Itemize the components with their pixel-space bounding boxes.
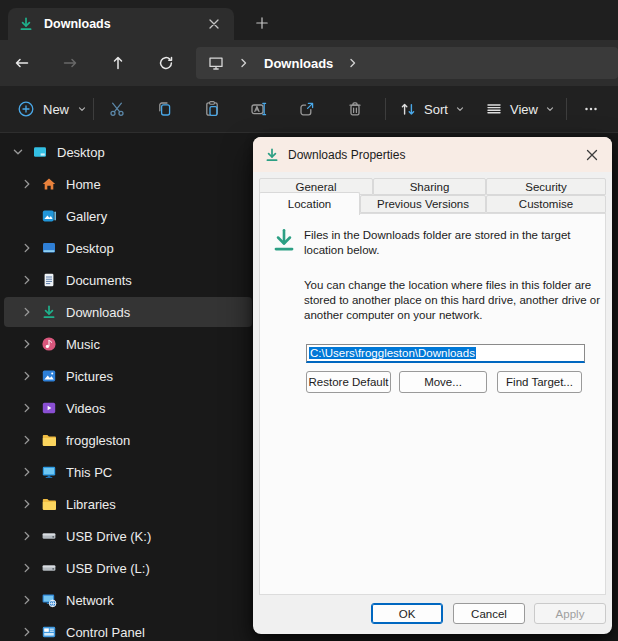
dialog-tab-security[interactable]: Security [486, 178, 606, 195]
this-pc-icon[interactable] [208, 55, 224, 71]
sidebar-item-froggleston[interactable]: froggleston [4, 425, 252, 455]
sidebar-item-label: USB Drive (L:) [66, 561, 150, 576]
sidebar-item-label: USB Drive (K:) [66, 529, 151, 544]
sidebar-item-libraries[interactable]: Libraries [4, 489, 252, 519]
sidebar-item-usb-drive-k[interactable]: USB Drive (K:) [4, 521, 252, 551]
downloads-icon [264, 147, 280, 163]
chevron-right-icon[interactable] [19, 592, 35, 608]
new-button[interactable]: New [8, 93, 96, 125]
chevron-right-icon[interactable] [19, 304, 35, 320]
chevron-right-icon[interactable] [19, 560, 35, 576]
change-location-text: You can change the location where files … [304, 278, 600, 323]
sidebar-item-desktop[interactable]: Desktop [4, 137, 252, 167]
rename-button[interactable] [242, 92, 276, 126]
sidebar-item-label: Gallery [66, 209, 107, 224]
sidebar-item-usb-drive-l[interactable]: USB Drive (L:) [4, 553, 252, 583]
chevron-right-icon[interactable] [345, 55, 361, 71]
chevron-right-icon[interactable] [19, 528, 35, 544]
file-explorer-window: Downloads Downloads New [0, 0, 618, 641]
chevron-right-icon[interactable] [19, 240, 35, 256]
address-bar[interactable]: Downloads [196, 47, 618, 79]
new-tab-button[interactable] [252, 13, 272, 33]
desktop-teal-icon [32, 144, 48, 160]
sidebar-item-label: Music [66, 337, 100, 352]
new-label: New [43, 102, 69, 117]
view-button[interactable]: View [478, 93, 562, 125]
navigation-bar: Downloads [0, 40, 618, 86]
sort-label: Sort [424, 102, 448, 117]
move-button[interactable]: Move... [399, 371, 487, 393]
sidebar-item-label: This PC [66, 465, 112, 480]
chevron-right-icon[interactable] [19, 272, 35, 288]
sidebar-item-desktop[interactable]: Desktop [4, 233, 252, 263]
target-path-input[interactable]: C:\Users\froggleston\Downloads [306, 344, 585, 363]
chevron-down-icon [545, 104, 555, 114]
chevron-right-icon[interactable] [19, 400, 35, 416]
intro-text: Files in the Downloads folder are stored… [304, 228, 600, 258]
chevron-spacer [19, 208, 35, 224]
apply-button[interactable]: Apply [534, 603, 606, 624]
pictures-icon [41, 368, 57, 384]
chevron-right-icon[interactable] [19, 432, 35, 448]
back-button[interactable] [6, 47, 38, 79]
sidebar-item-label: Home [66, 177, 101, 192]
chevron-down-icon [455, 104, 465, 114]
dialog-tab-sharing[interactable]: Sharing [373, 178, 486, 195]
toolbar-separator [93, 98, 94, 120]
usb-drive-icon [41, 528, 57, 544]
downloads-properties-dialog: Downloads Properties GeneralSharingSecur… [253, 137, 612, 634]
dialog-close-icon[interactable] [583, 146, 601, 164]
command-toolbar: New Sort View [0, 86, 618, 133]
up-button[interactable] [102, 47, 134, 79]
sidebar-item-gallery[interactable]: Gallery [4, 201, 252, 231]
sidebar-item-videos[interactable]: Videos [4, 393, 252, 423]
sidebar-item-label: Videos [66, 401, 106, 416]
delete-button[interactable] [338, 92, 372, 126]
dialog-tab-customise[interactable]: Customise [486, 195, 606, 213]
explorer-tab-downloads[interactable]: Downloads [8, 8, 234, 40]
dialog-tab-location[interactable]: Location [259, 192, 360, 215]
restore-default-button[interactable]: Restore Default [306, 371, 391, 393]
usb-drive-icon [41, 560, 57, 576]
videos-icon [41, 400, 57, 416]
see-more-button[interactable] [574, 92, 608, 126]
chevron-right-icon[interactable] [19, 176, 35, 192]
downloads-icon [18, 16, 34, 32]
chevron-right-icon[interactable] [19, 336, 35, 352]
sort-button[interactable]: Sort [392, 93, 472, 125]
sidebar-item-music[interactable]: Music [4, 329, 252, 359]
chevron-down-icon[interactable] [10, 144, 26, 160]
dialog-tab-previous-versions[interactable]: Previous Versions [360, 195, 486, 213]
documents-icon [41, 272, 57, 288]
location-tab-page: Files in the Downloads folder are stored… [259, 213, 606, 595]
chevron-right-icon[interactable] [19, 624, 35, 640]
ok-button[interactable]: OK [371, 603, 443, 624]
share-button[interactable] [290, 92, 324, 126]
sidebar-item-home[interactable]: Home [4, 169, 252, 199]
sidebar-item-this-pc[interactable]: This PC [4, 457, 252, 487]
chevron-right-icon[interactable] [236, 55, 252, 71]
tab-close-icon[interactable] [204, 14, 224, 34]
sidebar-item-control-panel[interactable]: Control Panel [4, 617, 252, 641]
sidebar-item-downloads[interactable]: Downloads [4, 297, 252, 327]
find-target-button[interactable]: Find Target... [497, 371, 582, 393]
sidebar-item-label: Control Panel [66, 625, 145, 640]
sidebar-item-label: Desktop [66, 241, 114, 256]
folder-icon [41, 496, 57, 512]
copy-button[interactable] [147, 92, 181, 126]
sidebar-item-documents[interactable]: Documents [4, 265, 252, 295]
refresh-button[interactable] [150, 47, 182, 79]
chevron-right-icon[interactable] [19, 464, 35, 480]
sidebar-item-pictures[interactable]: Pictures [4, 361, 252, 391]
sidebar-item-network[interactable]: Network [4, 585, 252, 615]
cancel-button[interactable]: Cancel [453, 603, 525, 624]
paste-button[interactable] [195, 92, 229, 126]
chevron-right-icon[interactable] [19, 496, 35, 512]
cut-button[interactable] [100, 92, 134, 126]
chevron-right-icon[interactable] [19, 368, 35, 384]
network-icon [41, 592, 57, 608]
navigation-pane: DesktopHomeGalleryDesktopDocumentsDownlo… [0, 133, 260, 641]
breadcrumb-downloads[interactable]: Downloads [264, 56, 333, 71]
forward-button[interactable] [54, 47, 86, 79]
desktop-blue-icon [41, 240, 57, 256]
